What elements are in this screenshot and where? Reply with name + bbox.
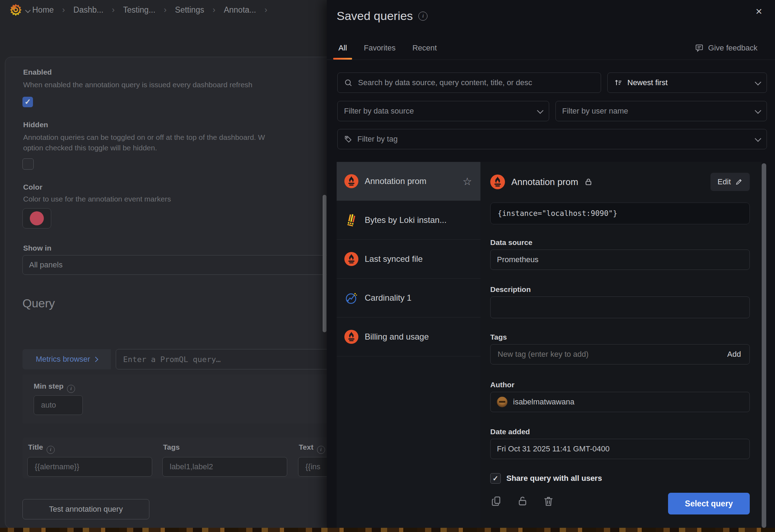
enabled-checkbox[interactable]: ✓ bbox=[22, 97, 33, 107]
filter-tag-select[interactable]: Filter by tag bbox=[337, 129, 767, 149]
saved-query-list: Annotation prom ☆ Bytes by Loki instan..… bbox=[337, 162, 480, 532]
trash-icon[interactable] bbox=[541, 493, 556, 509]
saved-query-name: Last synced file bbox=[365, 254, 423, 264]
title-label: Titlei bbox=[28, 443, 55, 454]
title-field[interactable] bbox=[27, 457, 152, 477]
text-label: Texti bbox=[299, 443, 325, 454]
info-icon: i bbox=[67, 385, 75, 393]
edit-button[interactable]: Edit bbox=[710, 173, 750, 191]
check-icon: ✓ bbox=[25, 97, 31, 107]
close-icon[interactable]: × bbox=[752, 4, 766, 18]
new-tag-input[interactable] bbox=[497, 349, 725, 359]
drawer-scrollbar-thumb[interactable] bbox=[762, 163, 766, 528]
saved-query-name: Bytes by Loki instan... bbox=[365, 215, 446, 225]
test-annotation-query-button[interactable]: Test annotation query bbox=[22, 499, 149, 519]
hidden-description-line2: option checked this toggle will be hidde… bbox=[23, 144, 157, 152]
give-feedback-button[interactable]: Give feedback bbox=[693, 36, 760, 60]
search-input[interactable] bbox=[357, 78, 594, 88]
list-item-last-synced-file[interactable]: Last synced file bbox=[337, 240, 480, 279]
color-label: Color bbox=[23, 183, 42, 191]
select-query-button[interactable]: Select query bbox=[668, 493, 750, 514]
breadcrumb-annotations[interactable]: Annota... bbox=[224, 5, 256, 15]
list-item-annotation-prom[interactable]: Annotation prom ☆ bbox=[337, 162, 480, 201]
grafana-logo[interactable] bbox=[9, 4, 22, 17]
hidden-checkbox[interactable] bbox=[22, 158, 34, 170]
filter-datasource-placeholder: Filter by data source bbox=[344, 107, 414, 116]
loki-icon bbox=[344, 213, 358, 227]
annotation-color-picker[interactable] bbox=[22, 208, 51, 229]
pencil-icon bbox=[735, 178, 743, 186]
breadcrumb-separator-icon: › bbox=[164, 5, 167, 15]
saved-query-name: Cardinality 1 bbox=[365, 293, 411, 303]
datasource-value-field: Prometheus bbox=[490, 250, 750, 270]
filter-username-select[interactable]: Filter by user name bbox=[555, 101, 767, 121]
page-scrollbar-thumb[interactable] bbox=[323, 195, 326, 332]
enabled-description: When enabled the annotation query is iss… bbox=[23, 81, 252, 89]
tab-all[interactable]: All bbox=[333, 36, 352, 60]
breadcrumb-separator-icon: › bbox=[213, 5, 215, 15]
chevron-down-icon[interactable] bbox=[25, 8, 31, 13]
query-expression: {instance="localhost:9090"} bbox=[490, 203, 750, 224]
filter-tag-placeholder: Filter by tag bbox=[357, 135, 398, 144]
date-added-label: Date added bbox=[490, 428, 530, 436]
breadcrumb: Home › Dashb... › Testing... › Settings … bbox=[32, 0, 267, 20]
date-added-value: Fri Oct 31 2025 11:41 GMT-0400 bbox=[497, 444, 609, 453]
tags-label: Tags bbox=[163, 443, 180, 451]
metrics-browser-button[interactable]: Metrics browser bbox=[22, 349, 111, 369]
breadcrumb-settings[interactable]: Settings bbox=[175, 5, 204, 15]
filter-datasource-select[interactable]: Filter by data source bbox=[337, 101, 549, 121]
list-item-bytes-by-loki[interactable]: Bytes by Loki instan... bbox=[337, 201, 480, 240]
info-icon: i bbox=[317, 446, 325, 454]
author-label: Author bbox=[490, 381, 514, 389]
tags-field[interactable] bbox=[162, 457, 287, 477]
share-query-checkbox[interactable]: ✓ bbox=[490, 473, 501, 484]
prometheus-icon bbox=[344, 252, 358, 266]
cardinality-icon bbox=[344, 291, 358, 305]
sort-select[interactable]: Newest first bbox=[607, 73, 767, 93]
add-tag-button[interactable]: Add bbox=[725, 349, 743, 359]
enabled-label: Enabled bbox=[23, 68, 52, 76]
breadcrumb-separator-icon: › bbox=[112, 5, 115, 15]
edit-label: Edit bbox=[717, 177, 731, 186]
list-item-cardinality-1[interactable]: Cardinality 1 bbox=[337, 279, 480, 318]
new-tag-field[interactable]: Add bbox=[490, 344, 750, 364]
color-swatch-icon bbox=[30, 211, 44, 225]
avatar bbox=[497, 397, 507, 407]
give-feedback-label: Give feedback bbox=[708, 43, 757, 53]
drawer-tabbar: All Favorites Recent Give feedback bbox=[327, 36, 775, 60]
tab-favorites[interactable]: Favorites bbox=[358, 36, 400, 60]
star-icon[interactable]: ☆ bbox=[460, 175, 474, 188]
chevron-down-icon bbox=[755, 107, 761, 114]
drawer-title: Saved queries bbox=[337, 9, 413, 23]
min-step-field[interactable] bbox=[34, 395, 83, 415]
info-icon[interactable]: i bbox=[418, 12, 427, 21]
info-icon: i bbox=[47, 446, 55, 454]
detail-title: Annotation prom bbox=[511, 177, 578, 187]
list-item-billing-and-usage[interactable]: Billing and usage bbox=[337, 318, 480, 356]
saved-query-search-field[interactable] bbox=[337, 73, 601, 93]
copy-icon[interactable] bbox=[489, 493, 504, 509]
prometheus-icon bbox=[490, 175, 505, 189]
datasource-label: Data source bbox=[490, 238, 532, 247]
query-section-heading: Query bbox=[22, 296, 55, 310]
min-step-input[interactable] bbox=[40, 400, 76, 410]
tags-input[interactable] bbox=[169, 462, 281, 472]
saved-query-name: Annotation prom bbox=[365, 176, 426, 186]
metrics-browser-label: Metrics browser bbox=[36, 355, 90, 364]
description-label: Description bbox=[490, 285, 531, 294]
breadcrumb-dashboard[interactable]: Testing... bbox=[123, 5, 155, 15]
lock-icon bbox=[584, 177, 593, 186]
chevron-down-icon bbox=[755, 135, 761, 142]
sort-icon bbox=[614, 79, 622, 87]
datasource-value: Prometheus bbox=[497, 255, 539, 264]
breadcrumb-home[interactable]: Home bbox=[32, 5, 54, 15]
title-input[interactable] bbox=[34, 462, 146, 472]
breadcrumb-dashboards[interactable]: Dashb... bbox=[73, 5, 103, 15]
description-field[interactable] bbox=[490, 296, 750, 318]
min-step-label: Min stepi bbox=[34, 382, 75, 393]
breadcrumb-separator-icon: › bbox=[62, 5, 65, 15]
grafana-flame-icon bbox=[9, 4, 22, 17]
tab-recent[interactable]: Recent bbox=[407, 36, 442, 60]
unlock-icon[interactable] bbox=[515, 493, 530, 509]
saved-queries-drawer: Saved queries i × All Favorites Recent G… bbox=[327, 0, 775, 532]
